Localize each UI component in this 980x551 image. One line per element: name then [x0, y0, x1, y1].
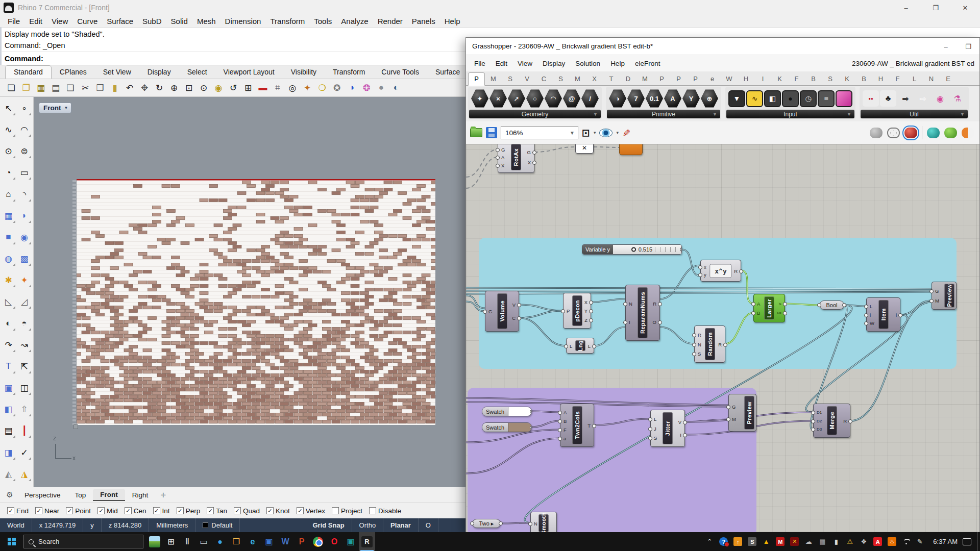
menu-dimension[interactable]: Dimension	[220, 17, 266, 26]
checkbox-checked[interactable]: ✓	[207, 507, 214, 514]
output-port-X[interactable]	[589, 300, 593, 305]
checkbox-checked[interactable]: ✓	[297, 507, 304, 514]
text-icon[interactable]: A	[664, 89, 681, 108]
gh-menu-display[interactable]: Display	[537, 60, 570, 67]
arc-icon[interactable]: ◔	[1, 164, 16, 181]
hidden-icons-chevron[interactable]: ⌃	[705, 537, 714, 546]
status-pane-ortho[interactable]: Ortho	[352, 518, 384, 532]
output-port-V[interactable]	[517, 303, 521, 307]
viewport-layout-icon[interactable]: ⊞	[241, 81, 255, 95]
tree-icon[interactable]: ♣	[880, 90, 896, 107]
component-tab-8-T[interactable]: T	[603, 73, 620, 85]
input-port-x[interactable]	[698, 265, 702, 269]
x-app-icon[interactable]: ✕	[790, 537, 799, 546]
blend-curve-icon[interactable]: ◝	[17, 186, 32, 203]
chevron-down-icon[interactable]: ▾	[616, 130, 619, 135]
notification-center-icon[interactable]	[963, 538, 971, 545]
rhino-app-icon[interactable]: R	[359, 532, 375, 551]
control-curve-icon[interactable]: ∿	[1, 121, 16, 138]
clock[interactable]: 6:37 AM	[933, 538, 958, 545]
adobe-icon[interactable]: A	[873, 537, 882, 546]
paste-icon[interactable]: ▮	[108, 81, 122, 95]
component-tab-25-F[interactable]: F	[889, 73, 906, 85]
component-tab-15-W[interactable]: W	[721, 73, 738, 85]
toolbar-tab-standard[interactable]: Standard	[5, 65, 52, 79]
edge-app-icon[interactable]: e	[244, 532, 261, 551]
component-tab-13-P[interactable]: P	[687, 73, 704, 85]
viewport-title-front[interactable]: Front ▼	[39, 103, 71, 113]
sketch-pen-icon[interactable]: ✎	[620, 129, 632, 137]
input-port-I[interactable]	[623, 320, 627, 324]
input-port[interactable]	[470, 521, 474, 525]
word-app-icon[interactable]: W	[277, 532, 293, 551]
output-port-Z[interactable]	[589, 318, 593, 322]
colour-swatch-swatch-brown[interactable]: Swatch	[482, 422, 532, 432]
status-pane-grid[interactable]: Grid Snap	[305, 518, 352, 532]
osnap-tan[interactable]: ✓Tan	[207, 507, 227, 515]
input-port-M[interactable]	[929, 299, 934, 303]
show-desktop-button[interactable]	[977, 532, 980, 551]
component-tab-23-B[interactable]: B	[855, 73, 872, 85]
output-port-G[interactable]	[532, 151, 536, 155]
input-port-L[interactable]	[864, 305, 868, 309]
component-power[interactable]: x^yxyR	[700, 260, 741, 282]
network-pcs-icon[interactable]: ❖	[860, 537, 868, 546]
component-tab-18-K[interactable]: K	[771, 73, 788, 85]
component-tab-17-I[interactable]: I	[754, 73, 771, 85]
relay-out-icon[interactable]: ⇨	[915, 90, 931, 107]
interp-curve-icon[interactable]: ◠	[17, 121, 32, 138]
menu-solid[interactable]: Solid	[166, 17, 192, 26]
input-port-J[interactable]	[648, 427, 652, 431]
preview-wire-icon[interactable]	[887, 128, 900, 138]
maximize-button[interactable]: ❐	[957, 38, 979, 55]
checkbox-checked[interactable]: ✓	[234, 507, 241, 514]
component-random[interactable]: RandomRNSR	[694, 325, 725, 363]
input-port-L[interactable]	[648, 417, 652, 421]
gear-icon[interactable]: ⚙	[2, 490, 17, 499]
component-rotax[interactable]: RotAxGAXGX	[498, 144, 534, 173]
lift-icon[interactable]: ⇧	[17, 401, 32, 418]
number-slider-variable-y[interactable]: Variable y0.515	[582, 244, 682, 255]
status-pane-world[interactable]: World	[0, 518, 32, 532]
input-port-F[interactable]	[558, 428, 562, 432]
input-port-G[interactable]	[929, 289, 934, 293]
menu-view[interactable]: View	[47, 17, 72, 26]
print-icon[interactable]: ▤	[48, 81, 63, 95]
status-pane-o[interactable]: O	[419, 518, 438, 532]
input-port-a[interactable]	[558, 437, 562, 441]
viewport-tab-perspective[interactable]: Perspective	[17, 490, 68, 500]
output-port->[interactable]	[783, 302, 787, 306]
checkbox-checked[interactable]: ✓	[35, 507, 42, 514]
color-wheel-icon[interactable]: ❂	[359, 81, 374, 95]
make2d-icon[interactable]: ⌗	[271, 81, 285, 95]
polygon-icon[interactable]: ⌂	[1, 186, 16, 203]
component-tab-16-H[interactable]: H	[738, 73, 754, 85]
wifi-icon[interactable]	[902, 539, 910, 545]
explode-icon[interactable]: ✱	[1, 272, 16, 289]
render-sphere-icon[interactable]: ●	[374, 81, 388, 95]
fillet-icon[interactable]: ◺	[1, 293, 16, 310]
extract-icon[interactable]: ✦	[17, 272, 32, 289]
custom-half-icon[interactable]	[962, 128, 974, 138]
input-port-A[interactable]	[496, 156, 500, 160]
input-port-D2[interactable]	[811, 419, 815, 423]
grid-app-icon[interactable]: ⊞	[163, 532, 179, 551]
zoom-window-icon[interactable]: ⊡	[182, 81, 196, 95]
component-smooth[interactable]: SmoothN	[530, 512, 557, 532]
undo-icon[interactable]: ↶	[122, 81, 137, 95]
menu-subd[interactable]: SubD	[138, 17, 166, 26]
component-preview-top[interactable]: PreviewGM	[932, 282, 957, 310]
checkbox-checked[interactable]: ✓	[177, 507, 184, 514]
checkbox-checked[interactable]: ✓	[153, 507, 160, 514]
input-port-G[interactable]	[726, 405, 730, 409]
component-tab-1-M[interactable]: M	[485, 73, 502, 85]
mesh-patch-icon[interactable]: ▩	[17, 251, 32, 267]
output-port-T[interactable]	[592, 424, 596, 428]
export-icon[interactable]: ❑	[63, 81, 78, 95]
checkbox-checked[interactable]: ✓	[266, 507, 274, 514]
named-view-icon[interactable]: ✦	[300, 81, 314, 95]
input-port-A[interactable]	[751, 302, 755, 306]
point-icon[interactable]: ×	[489, 89, 507, 108]
color-b-icon[interactable]: ◓	[17, 315, 32, 332]
pan-icon[interactable]: ✥	[137, 81, 152, 95]
